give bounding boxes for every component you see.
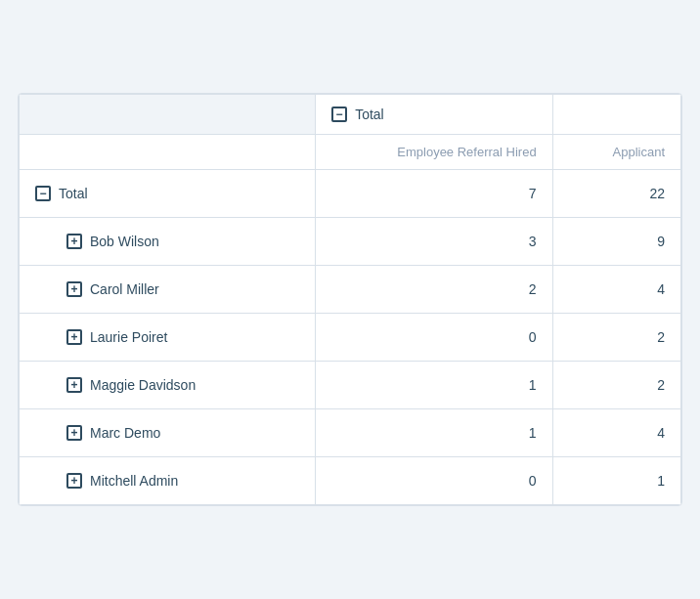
row-expand-icon[interactable]: + bbox=[66, 425, 82, 441]
row-referral-value: 2 bbox=[316, 266, 553, 314]
pivot-table: − Total Employee Referral Hired Applican… bbox=[18, 93, 682, 506]
row-referral-value: 0 bbox=[316, 314, 553, 362]
group-header-label: Total bbox=[355, 107, 384, 122]
row-name: + Maggie Davidson bbox=[35, 377, 299, 393]
row-name: + Mitchell Admin bbox=[35, 473, 299, 489]
referral-col-header: Employee Referral Hired bbox=[316, 135, 553, 170]
table-row: + Mitchell Admin 0 1 bbox=[20, 457, 681, 505]
total-name-cell: − Total bbox=[20, 170, 316, 218]
total-data-row: − Total 7 22 bbox=[20, 170, 681, 218]
total-expand-icon[interactable]: − bbox=[35, 186, 51, 201]
total-referral-value: 7 bbox=[316, 170, 553, 218]
row-applicant-value: 4 bbox=[552, 266, 680, 314]
table-row: + Laurie Poiret 0 2 bbox=[20, 314, 681, 362]
applicant-col-header: Applicant bbox=[552, 135, 680, 170]
table-row: + Bob Wilson 3 9 bbox=[20, 218, 681, 266]
row-name-cell: + Laurie Poiret bbox=[20, 314, 316, 362]
row-applicant-value: 4 bbox=[552, 409, 680, 457]
group-header-row: − Total bbox=[20, 95, 681, 135]
row-referral-value: 0 bbox=[316, 457, 553, 505]
row-name-cell: + Carol Miller bbox=[20, 266, 316, 314]
row-label: Laurie Poiret bbox=[90, 329, 167, 345]
row-label: Mitchell Admin bbox=[90, 473, 178, 489]
table-row: + Maggie Davidson 1 2 bbox=[20, 362, 681, 409]
col-header-row: Employee Referral Hired Applicant bbox=[20, 135, 681, 170]
row-applicant-value: 2 bbox=[552, 314, 680, 362]
row-applicant-value: 9 bbox=[552, 218, 680, 266]
total-applicant-value: 22 bbox=[552, 170, 680, 218]
row-name-cell: + Marc Demo bbox=[20, 409, 316, 457]
row-name: + Marc Demo bbox=[35, 425, 299, 441]
row-name-cell: + Maggie Davidson bbox=[20, 362, 316, 409]
total-row-label: Total bbox=[59, 186, 88, 201]
row-referral-value: 1 bbox=[316, 409, 553, 457]
row-expand-icon[interactable]: + bbox=[66, 473, 82, 489]
row-label: Bob Wilson bbox=[90, 234, 159, 249]
row-expand-icon[interactable]: + bbox=[66, 329, 82, 345]
row-referral-value: 3 bbox=[316, 218, 553, 266]
row-name: + Carol Miller bbox=[35, 281, 299, 297]
group-header-total: − Total bbox=[316, 95, 553, 135]
row-name-cell: + Bob Wilson bbox=[20, 218, 316, 266]
row-label: Marc Demo bbox=[90, 425, 160, 441]
row-label: Maggie Davidson bbox=[90, 377, 196, 393]
row-applicant-value: 1 bbox=[552, 457, 680, 505]
empty-header-cell bbox=[20, 95, 316, 135]
total-label: − Total bbox=[35, 186, 299, 201]
name-col-header bbox=[20, 135, 316, 170]
row-expand-icon[interactable]: + bbox=[66, 234, 82, 249]
row-label: Carol Miller bbox=[90, 281, 159, 297]
row-expand-icon[interactable]: + bbox=[66, 281, 82, 297]
row-name: + Bob Wilson bbox=[35, 234, 299, 249]
row-name: + Laurie Poiret bbox=[35, 329, 299, 345]
table-row: + Carol Miller 2 4 bbox=[20, 266, 681, 314]
applicant-header-empty bbox=[552, 95, 680, 135]
row-applicant-value: 2 bbox=[552, 362, 680, 409]
row-name-cell: + Mitchell Admin bbox=[20, 457, 316, 505]
row-referral-value: 1 bbox=[316, 362, 553, 409]
group-expand-icon[interactable]: − bbox=[331, 107, 347, 122]
row-expand-icon[interactable]: + bbox=[66, 377, 82, 393]
table-row: + Marc Demo 1 4 bbox=[20, 409, 681, 457]
